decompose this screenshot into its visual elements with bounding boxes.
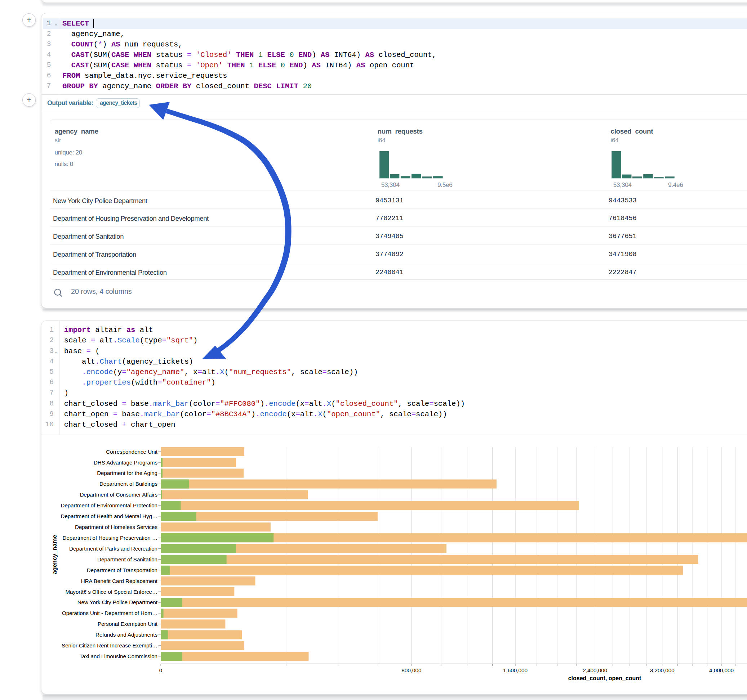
svg-text:HRA Benefit Card Replacement: HRA Benefit Card Replacement [81, 578, 158, 584]
svg-text:Taxi and Limousine Commission: Taxi and Limousine Commission [80, 653, 157, 659]
svg-text:3,200,000: 3,200,000 [650, 667, 674, 673]
svg-text:New York City Police Departmen: New York City Police Department [77, 599, 158, 605]
svg-text:Department of Consumer Affairs: Department of Consumer Affairs [80, 492, 157, 498]
svg-text:DHS Advantage Programs: DHS Advantage Programs [94, 459, 157, 466]
svg-text:Department of Health and Menta: Department of Health and Mental Hyg… [61, 513, 157, 519]
svg-text:closed_count, open_count: closed_count, open_count [568, 675, 641, 681]
svg-text:Personal Exemption Unit: Personal Exemption Unit [98, 621, 158, 627]
svg-text:Department of Parks and Recrea: Department of Parks and Recreation [69, 546, 157, 552]
svg-text:1,600,000: 1,600,000 [503, 667, 528, 673]
svg-text:4,000,000: 4,000,000 [709, 667, 734, 673]
svg-text:Correspondence Unit: Correspondence Unit [106, 449, 157, 455]
svg-text:Senior Citizen Rent Increase E: Senior Citizen Rent Increase Exempti… [62, 643, 157, 649]
svg-text:Department of Buildings: Department of Buildings [100, 481, 157, 487]
svg-text:Department of Sanitation: Department of Sanitation [97, 556, 157, 563]
svg-text:Operations Unit - Department o: Operations Unit - Department of Hom… [62, 610, 157, 616]
svg-text:agency_name: agency_name [51, 535, 57, 574]
svg-text:Department of Environmental Pr: Department of Environmental Protection [61, 502, 157, 508]
svg-text:2,400,000: 2,400,000 [583, 667, 607, 673]
svg-text:Refunds and Adjustments: Refunds and Adjustments [95, 632, 157, 638]
svg-text:Mayorâ€ s Office of Special En: Mayorâ€ s Office of Special Enforce… [65, 589, 157, 595]
svg-text:Department of Housing Preserva: Department of Housing Preservation … [63, 535, 157, 541]
svg-text:0: 0 [159, 667, 163, 673]
svg-text:800,000: 800,000 [401, 667, 421, 673]
svg-text:Department for the Aging: Department for the Aging [97, 470, 157, 476]
svg-text:Department of Homeless Service: Department of Homeless Services [75, 524, 157, 530]
svg-text:Department of Transportation: Department of Transportation [87, 567, 157, 573]
